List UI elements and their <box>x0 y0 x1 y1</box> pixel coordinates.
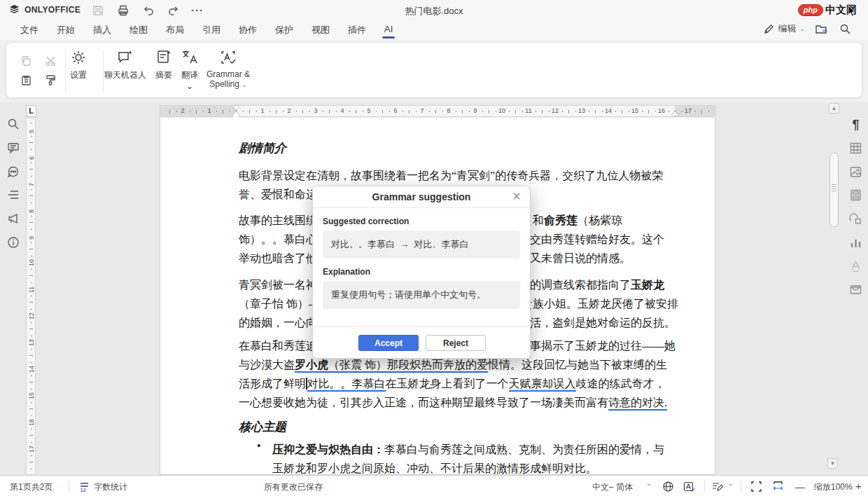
ruler-tick <box>31 189 32 190</box>
page-indicator[interactable]: 第1页共2页 <box>10 481 52 493</box>
doc-text: 李慕白与俞秀莲之间成熟、克制、为责任所困的爱情，与 <box>384 443 664 455</box>
reject-button[interactable]: Reject <box>426 335 486 351</box>
horizontal-ruler[interactable]: 211234567891011121314151617 <box>160 105 715 117</box>
tab-insert[interactable]: 插入 <box>84 20 120 40</box>
image-settings-icon[interactable] <box>849 165 862 179</box>
chart-settings-icon[interactable] <box>849 236 862 249</box>
editing-mode-selector[interactable]: 编辑 ⌄ <box>764 22 805 35</box>
ruler-tick <box>31 176 32 177</box>
summary-label: 摘要 <box>148 69 179 81</box>
spell-check-icon[interactable] <box>683 481 695 492</box>
text-art-settings-icon[interactable] <box>849 259 862 273</box>
editor-work-area: L 211234567891011121314151617 5678910111… <box>0 102 868 475</box>
word-count-label[interactable]: 字数统计 <box>94 481 127 493</box>
ai-settings-button[interactable]: 设置 <box>61 48 96 81</box>
doc-line[interactable]: 剧情简介 <box>239 139 676 158</box>
zoom-in-button[interactable]: + <box>855 480 862 492</box>
about-info-icon[interactable] <box>7 236 20 249</box>
tab-file[interactable]: 文件 <box>11 20 48 40</box>
dialog-header[interactable]: Grammar suggestion ✕ <box>313 186 530 208</box>
ruler-tick <box>629 111 629 112</box>
doc-line[interactable]: 电影背景设定在清朝，故事围绕着一把名为“青冥剑”的传奇兵器，交织了九位人物被荣 <box>239 166 676 185</box>
tab-protection[interactable]: 保护 <box>266 20 302 40</box>
doc-text: 玉娇龙 <box>631 279 664 291</box>
ruler-tick <box>169 110 170 113</box>
ruler-tick <box>376 111 377 112</box>
ruler-tick <box>31 202 32 203</box>
ruler-number: 3 <box>312 107 320 114</box>
scroll-down-button[interactable]: ▼ <box>827 458 838 469</box>
tab-plugins[interactable]: 插件 <box>339 20 375 40</box>
tab-view[interactable]: 视图 <box>302 20 339 40</box>
search-icon[interactable] <box>7 118 20 130</box>
vertical-scrollbar-thumb[interactable] <box>830 153 839 227</box>
fit-page-icon[interactable] <box>750 481 762 492</box>
doc-line[interactable]: 一心想要收她为徒，引其步入正途，而这种期望最终导致了一场凄美而富有诗意的对决. <box>239 393 676 412</box>
ruler-tick <box>462 110 463 113</box>
mail-merge-icon[interactable] <box>849 283 862 296</box>
ruler-tick <box>31 349 32 350</box>
chatbot-button[interactable]: 聊天机器人 <box>97 48 153 81</box>
grammar-suggestion-dialog: Grammar suggestion ✕ Suggested correctio… <box>312 186 531 359</box>
menu-bar: 文件 开始 插入 绘图 布局 引用 协作 保护 视图 插件 AI 编辑 ⌄ <box>0 20 868 40</box>
ruler-tick <box>296 111 297 112</box>
tab-collaboration[interactable]: 协作 <box>230 20 266 40</box>
ruler-tick <box>31 136 32 137</box>
tab-ai[interactable]: AI <box>375 20 402 40</box>
ruler-number: 6 <box>391 107 400 114</box>
copy-icon[interactable] <box>20 55 32 67</box>
doc-line[interactable]: 压抑之爱与炽热自由：李慕白与俞秀莲之间成熟、克制、为责任所困的爱情，与 <box>272 440 676 459</box>
indent-marker[interactable] <box>671 111 678 116</box>
open-file-location-icon[interactable] <box>815 23 829 36</box>
ruler-number: 6 <box>28 151 35 160</box>
vertical-ruler[interactable]: 567891011121314151617 <box>26 118 36 475</box>
paste-icon[interactable] <box>20 74 32 86</box>
tab-references[interactable]: 引用 <box>193 20 230 40</box>
ruler-number: 14 <box>604 107 612 114</box>
ruler-tick <box>522 111 523 112</box>
grammar-spelling-button[interactable]: Grammar & Spelling ⌄ <box>200 48 257 89</box>
format-painter-icon[interactable] <box>45 74 57 86</box>
track-changes-icon[interactable] <box>711 481 723 492</box>
paragraph-settings-icon[interactable]: ¶ <box>849 118 862 131</box>
chevron-down-icon: ⌄ <box>241 81 247 88</box>
tab-layout[interactable]: 布局 <box>157 20 193 40</box>
accept-button[interactable]: Accept <box>358 335 419 351</box>
ruler-tick <box>409 110 410 113</box>
tab-draw[interactable]: 绘图 <box>120 20 157 40</box>
ruler-tick <box>435 110 436 113</box>
zoom-out-button[interactable]: — <box>795 481 805 492</box>
indent-marker[interactable] <box>232 106 239 110</box>
cut-icon[interactable] <box>45 55 57 67</box>
tab-stop-selector[interactable]: L <box>26 105 36 117</box>
comments-icon[interactable] <box>7 142 20 154</box>
ruler-tick <box>615 111 616 112</box>
table-settings-icon[interactable] <box>849 142 862 155</box>
fit-width-icon[interactable] <box>772 481 784 492</box>
close-icon[interactable]: ✕ <box>510 191 523 203</box>
globe-language-icon[interactable] <box>662 481 674 492</box>
word-count-icon: 12 <box>78 481 90 492</box>
zoom-level-label[interactable]: 缩放100% <box>814 481 853 493</box>
language-selector[interactable]: 中文– 简体 <box>592 481 633 493</box>
navigation-headings-icon[interactable] <box>7 188 20 201</box>
ruler-tick <box>542 110 542 113</box>
header-footer-settings-icon[interactable] <box>849 188 862 202</box>
summarize-button[interactable]: 摘要 <box>148 48 179 81</box>
scroll-up-button[interactable]: ▲ <box>829 103 839 113</box>
doc-text: 在玉娇龙身上看到了一个 <box>386 378 509 390</box>
ruler-tick <box>31 389 32 390</box>
doc-line[interactable]: 活形成了鲜明对比。。李慕白在玉娇龙身上看到了一个天赋禀却误入歧途的练武奇才， <box>239 374 676 393</box>
doc-text: 玉娇龙和罗小虎之间原始、冲动、不计后果的激情形成鲜明对比。 <box>272 462 597 474</box>
search-icon[interactable] <box>839 23 851 35</box>
doc-line[interactable]: 核心主题 <box>239 418 676 436</box>
explanation-label: Explanation <box>323 267 520 277</box>
ruler-tick <box>31 415 32 416</box>
grammar-flagged-text: 天赋禀却误入 <box>509 378 576 392</box>
ruler-number: 11 <box>28 284 35 293</box>
tab-home[interactable]: 开始 <box>48 20 84 40</box>
feedback-megaphone-icon[interactable] <box>7 212 20 225</box>
shape-settings-icon[interactable] <box>849 212 862 226</box>
ruler-tick <box>29 355 33 356</box>
chat-icon[interactable] <box>7 165 20 178</box>
